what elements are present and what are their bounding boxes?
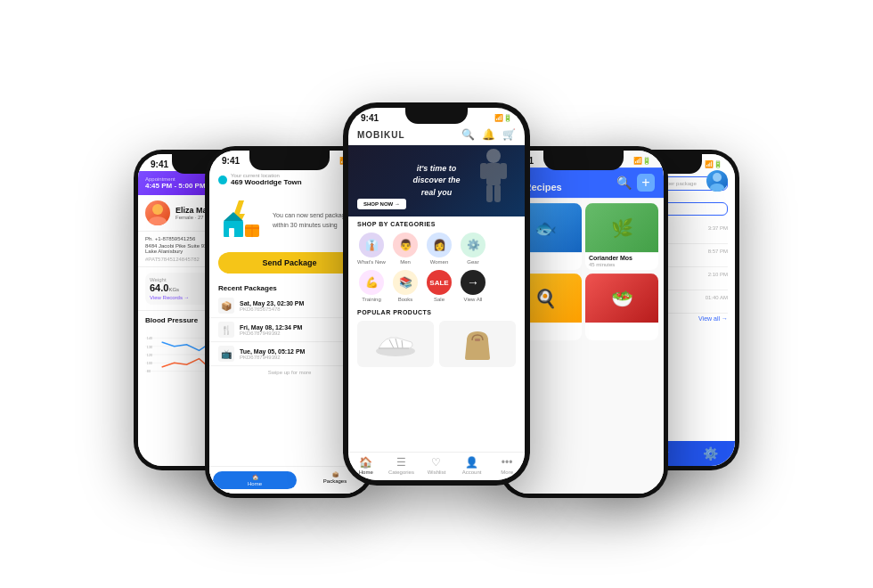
recipe-card-coriander[interactable]: 🌿 Coriander Mos 45 minutes <box>585 203 658 270</box>
time-3: 2:10 PM <box>708 272 728 277</box>
product-sneaker[interactable] <box>357 321 434 367</box>
mobikul-nav: 🏠 Home ☰ Categories ♡ Wishlist 👤 Account <box>348 452 525 480</box>
delivery-illustration <box>216 196 265 245</box>
cat-label-sale: Sale <box>434 297 445 302</box>
cat-label-books: Books <box>398 297 413 302</box>
cat-books[interactable]: 📚 Books <box>391 270 420 302</box>
status-time: 9:41 <box>222 156 240 166</box>
svg-point-1 <box>149 216 167 225</box>
svg-point-27 <box>713 173 722 182</box>
cat-training[interactable]: 💪 Training <box>357 270 386 302</box>
search-icon[interactable]: 🔍 <box>461 128 475 141</box>
more-nav-icon: ••• <box>502 456 513 469</box>
recipe-card-4[interactable]: 🥗 <box>585 274 658 340</box>
mobikul-header: MOBIKUL 🔍 🔔 🛒 <box>348 125 525 145</box>
view-all-arrow: → <box>461 270 485 295</box>
home-icon: 🏠 <box>252 474 258 480</box>
recipe-name-coriander: Coriander Mos <box>585 252 658 262</box>
packages-icon: 📦 <box>332 471 339 478</box>
patient-avatar <box>145 200 170 225</box>
recipe-time-coriander: 45 minutes <box>585 262 658 270</box>
cat-sale[interactable]: SALE Sale <box>425 270 453 302</box>
recipe-img-coriander: 🌿 <box>585 203 658 252</box>
send-package-button[interactable]: Send Package <box>218 252 361 274</box>
svg-rect-22 <box>500 163 507 179</box>
cat-view-all[interactable]: → View All <box>459 270 487 302</box>
status-time: 9:41 <box>151 159 168 169</box>
pkg-id-1: PKD6765675478 <box>240 306 304 312</box>
home-nav-icon: 🏠 <box>359 456 372 469</box>
sneaker-image <box>371 329 420 360</box>
wishlist-nav-icon: ♡ <box>431 456 441 469</box>
cat-whats-new[interactable]: 👔 What's New <box>357 233 386 265</box>
nav-wishlist[interactable]: ♡ Wishlist <box>419 456 454 475</box>
svg-text:130: 130 <box>147 346 152 349</box>
bell-icon[interactable]: 🔔 <box>482 128 495 141</box>
cat-label-whats-new: What's New <box>357 259 386 265</box>
package-icon-3: 📺 <box>218 346 234 362</box>
pkg-date-3: Tue, May 05, 05:12 PM <box>240 348 305 355</box>
delivery-nav: 🏠 Home 📦 Packages <box>209 466 370 494</box>
nav-settings-icon[interactable]: ⚙️ <box>703 446 718 461</box>
add-recipe-button[interactable]: + <box>637 174 655 192</box>
nav-home-label: Home <box>248 481 262 486</box>
popular-title: POPULAR PRODUCTS <box>348 305 525 318</box>
view-records-btn[interactable]: View Records → <box>150 295 190 300</box>
svg-rect-20 <box>486 163 501 185</box>
cat-label-training: Training <box>362 297 380 302</box>
product-bag[interactable] <box>439 321 516 367</box>
banner: it's time todiscover thereal you SHOP NO… <box>348 145 525 216</box>
svg-rect-23 <box>486 184 493 202</box>
nav-home[interactable]: 🏠 Home <box>213 471 297 489</box>
cat-women[interactable]: 👩 Women <box>425 233 453 265</box>
home-nav-label: Home <box>359 470 373 475</box>
notch-center <box>405 108 468 124</box>
nav-categories[interactable]: ☰ Categories <box>384 456 420 475</box>
cat-circle-books: 📚 <box>393 270 418 295</box>
products-row <box>348 318 525 370</box>
mobikul-logo: MOBIKUL <box>357 130 405 140</box>
user-avatar <box>706 170 728 192</box>
cart-icon[interactable]: 🛒 <box>502 128 516 141</box>
recipe-img-4: 🥗 <box>585 274 658 323</box>
status-icons-recipes: 📶🔋 <box>633 157 651 165</box>
shop-now-button[interactable]: SHOP NOW → <box>357 199 406 209</box>
recipe-time-4 <box>585 326 658 329</box>
cat-label-women: Women <box>430 259 449 265</box>
svg-text:140: 140 <box>147 337 152 340</box>
svg-text:120: 120 <box>147 354 152 357</box>
mobikul-phone: 9:41 📶🔋 MOBIKUL 🔍 🔔 🛒 <box>343 102 530 486</box>
bag-image <box>458 324 498 364</box>
cat-circle-women: 👩 <box>427 233 452 257</box>
search-icon-recipes[interactable]: 🔍 <box>616 176 632 190</box>
svg-rect-15 <box>229 228 234 237</box>
cat-circle-whats-new: 👔 <box>359 233 384 257</box>
account-nav-icon: 👤 <box>465 456 478 469</box>
cat-circle-men: 👨 <box>393 233 418 257</box>
nav-home-center[interactable]: 🏠 Home <box>348 456 384 475</box>
banner-text: it's time todiscover thereal you <box>412 163 460 200</box>
pkg-id-2: PKD6787949392 <box>240 331 302 336</box>
svg-point-0 <box>152 204 163 215</box>
weight-value: 64.0 <box>150 282 168 293</box>
cat-label-view-all: View All <box>464 297 483 302</box>
cat-gear[interactable]: ⚙️ Gear <box>459 233 487 265</box>
cat-circle-gear: ⚙️ <box>461 233 485 257</box>
svg-rect-24 <box>494 184 501 202</box>
svg-text:80: 80 <box>147 370 151 373</box>
package-icon-2: 🍴 <box>218 322 234 338</box>
notch-recipes <box>543 151 624 170</box>
sale-circle: SALE <box>427 270 452 295</box>
cat-circle-training: 💪 <box>359 270 384 295</box>
svg-rect-26 <box>475 339 480 341</box>
cat-label-men: Men <box>400 259 411 265</box>
cat-men[interactable]: 👨 Men <box>391 233 420 265</box>
nav-more[interactable]: ••• More <box>489 456 525 475</box>
status-icons-center: 📶🔋 <box>494 114 512 122</box>
nav-account[interactable]: 👤 Account <box>454 456 490 475</box>
svg-text:100: 100 <box>147 362 152 365</box>
svg-point-19 <box>486 149 501 163</box>
nav-packages-label: Packages <box>323 478 347 484</box>
time-2: 8:57 PM <box>708 249 728 254</box>
status-icons-tracking: 📶🔋 <box>705 160 722 168</box>
